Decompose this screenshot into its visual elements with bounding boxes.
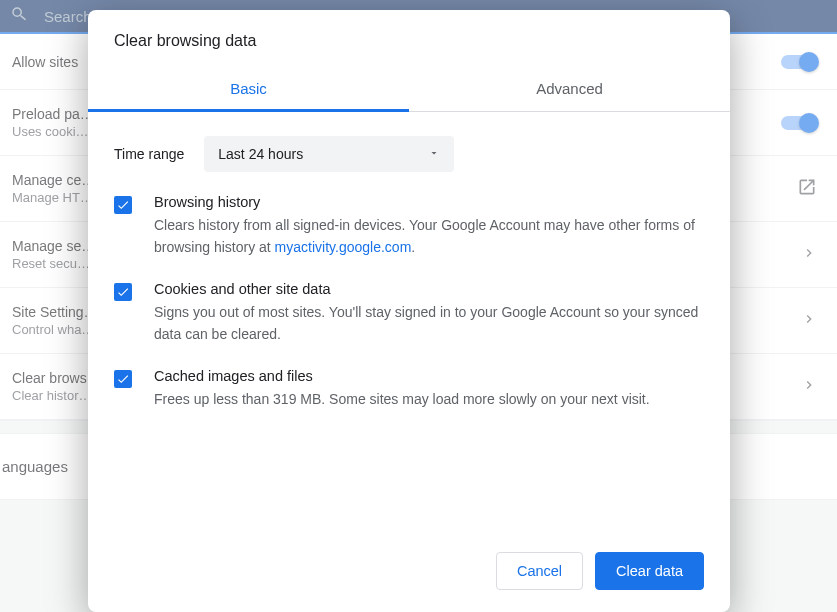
option-desc: Signs you out of most sites. You'll stay… xyxy=(154,301,704,346)
chevron-right-icon xyxy=(801,311,817,331)
search-icon xyxy=(10,5,28,27)
tab-advanced[interactable]: Advanced xyxy=(409,68,730,111)
row-title: Site Setting… xyxy=(12,304,98,320)
cancel-button[interactable]: Cancel xyxy=(496,552,583,590)
option-title: Cookies and other site data xyxy=(154,281,704,297)
time-range-value: Last 24 hours xyxy=(218,146,303,162)
toggle[interactable] xyxy=(781,116,817,130)
toggle[interactable] xyxy=(781,55,817,69)
row-sub: Uses cooki… xyxy=(12,124,94,139)
time-range-row: Time range Last 24 hours xyxy=(114,136,704,172)
dialog-tabs: Basic Advanced xyxy=(88,68,730,112)
option-cache: Cached images and files Frees up less th… xyxy=(114,368,704,410)
clear-data-button[interactable]: Clear data xyxy=(595,552,704,590)
option-cookies: Cookies and other site data Signs you ou… xyxy=(114,281,704,346)
chevron-right-icon xyxy=(801,377,817,397)
row-title: Manage se… xyxy=(12,238,95,254)
row-sub: Control wha… xyxy=(12,322,98,337)
dropdown-icon xyxy=(428,146,440,162)
time-range-label: Time range xyxy=(114,146,184,162)
clear-browsing-dialog: Clear browsing data Basic Advanced Time … xyxy=(88,10,730,612)
checkbox-cookies[interactable] xyxy=(114,283,132,301)
myactivity-link[interactable]: myactivity.google.com xyxy=(275,239,412,255)
row-title: Allow sites xyxy=(12,54,78,70)
checkbox-cache[interactable] xyxy=(114,370,132,388)
tab-basic[interactable]: Basic xyxy=(88,68,409,111)
row-sub: Reset secu… xyxy=(12,256,95,271)
option-desc: Frees up less than 319 MB. Some sites ma… xyxy=(154,388,650,410)
option-title: Browsing history xyxy=(154,194,704,210)
chevron-right-icon xyxy=(801,245,817,265)
dialog-title: Clear browsing data xyxy=(88,10,730,68)
row-sub: Manage HT… xyxy=(12,190,95,205)
option-browsing-history: Browsing history Clears history from all… xyxy=(114,194,704,259)
option-title: Cached images and files xyxy=(154,368,650,384)
option-desc: Clears history from all signed-in device… xyxy=(154,214,704,259)
dialog-body: Time range Last 24 hours Browsing histor… xyxy=(88,112,730,534)
row-title: Manage ce… xyxy=(12,172,95,188)
row-title: Preload pa… xyxy=(12,106,94,122)
time-range-select[interactable]: Last 24 hours xyxy=(204,136,454,172)
checkbox-history[interactable] xyxy=(114,196,132,214)
dialog-footer: Cancel Clear data xyxy=(88,534,730,612)
open-external-icon xyxy=(797,177,817,201)
